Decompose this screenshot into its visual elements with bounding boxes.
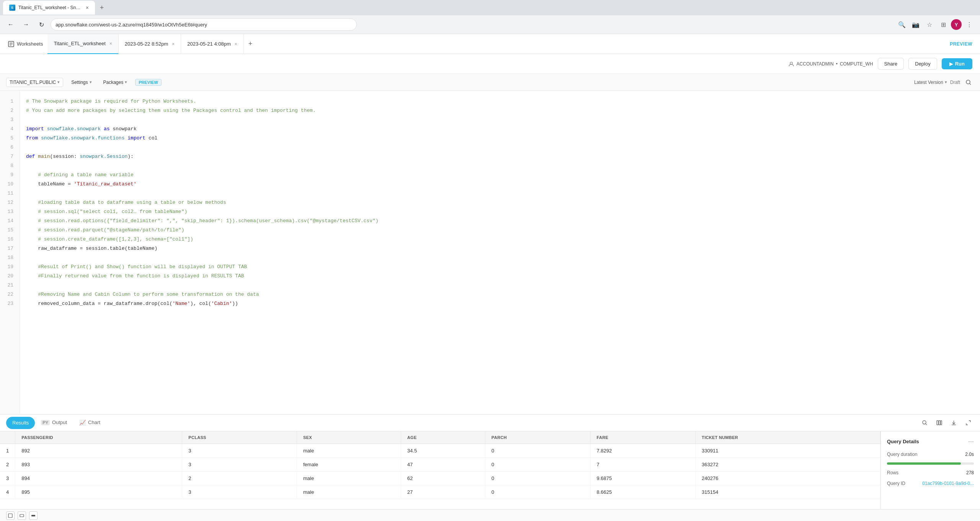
worksheet-tab-3-close[interactable]: × — [235, 41, 237, 47]
add-tab-button[interactable]: + — [244, 37, 257, 51]
url-text: app.snowflake.com/west-us-2.azure/mq1845… — [56, 22, 207, 28]
code-line-22: #Removing Name and Cabin Column to perfo… — [26, 290, 974, 299]
schema-selector[interactable]: TITANIC_ETL.PUBLIC ▾ — [6, 78, 63, 87]
version-dropdown[interactable]: Latest Version ▾ — [914, 80, 947, 85]
worksheet-tab-3[interactable]: 2023-05-21 4:08pm × — [181, 34, 244, 54]
line-numbers: 12345 678910 1112131415 1617181920 21222… — [0, 91, 20, 414]
cell-fare-3: 9.6875 — [590, 472, 696, 485]
row-num-1: 1 — [0, 444, 15, 458]
results-tabs: Results PY Output 📈 Chart — [0, 415, 980, 431]
cell-parch-1: 0 — [485, 444, 590, 458]
bookmark-icon[interactable]: ☆ — [923, 18, 936, 31]
bottom-btn-2[interactable] — [18, 511, 26, 520]
cell-ticket-3: 240276 — [696, 472, 880, 485]
code-line-7: def main(session: snowpark.Session): — [26, 152, 974, 161]
screenshot-icon[interactable]: 📷 — [910, 18, 922, 31]
column-picker-button[interactable] — [933, 417, 945, 429]
run-label: Run — [955, 61, 965, 67]
query-rows-row: Rows 278 — [887, 470, 974, 475]
role-text: ACCOUNTADMIN — [797, 61, 834, 67]
query-details-menu[interactable]: ··· — [968, 437, 974, 446]
chart-tab-label: Chart — [88, 419, 100, 425]
row-num-4: 4 — [0, 485, 15, 499]
col-fare[interactable]: FARE — [590, 431, 696, 444]
tab-chart[interactable]: 📈 Chart — [73, 415, 106, 431]
query-id-link[interactable]: 01ac799b-0101-9a9d-0... — [922, 481, 974, 486]
editor-search-button[interactable] — [963, 77, 974, 88]
browser-chrome: S Titanic_ETL_worksheet - Snowfla... × +… — [0, 0, 980, 34]
col-parch[interactable]: PARCH — [485, 431, 590, 444]
worksheet-tab-1[interactable]: Titanic_ETL_worksheet × — [47, 34, 118, 54]
table-row: 1 892 3 male 34.5 0 7.8292 330911 — [0, 444, 880, 458]
search-icon[interactable]: 🔍 — [896, 18, 908, 31]
packages-selector[interactable]: Packages ▾ — [100, 78, 131, 87]
url-bar[interactable]: app.snowflake.com/west-us-2.azure/mq1845… — [51, 18, 357, 31]
worksheet-tab-2-close[interactable]: × — [172, 41, 175, 47]
code-line-13: # session.sql("select col1, col2… from t… — [26, 207, 974, 216]
menu-icon[interactable]: ⋮ — [963, 18, 975, 31]
code-line-14: # session.read.options({"field_delimiter… — [26, 216, 974, 226]
bottom-btn-3[interactable] — [29, 511, 38, 520]
col-sex[interactable]: SEX — [297, 431, 401, 444]
data-table-wrapper[interactable]: PASSENGERID PCLASS SEX AGE PARCH FARE TI… — [0, 431, 880, 509]
results-table: PASSENGERID PCLASS SEX AGE PARCH FARE TI… — [0, 431, 880, 499]
active-tab[interactable]: S Titanic_ETL_worksheet - Snowfla... × — [3, 1, 95, 15]
code-line-6 — [26, 143, 974, 152]
code-line-1: # The Snowpark package is required for P… — [26, 97, 974, 106]
bottom-btn-1[interactable] — [6, 511, 15, 520]
code-editor[interactable]: 12345 678910 1112131415 1617181920 21222… — [0, 91, 980, 414]
run-button[interactable]: ▶ Run — [942, 58, 972, 69]
col-age[interactable]: AGE — [401, 431, 485, 444]
user-avatar[interactable]: Y — [951, 19, 962, 30]
preview-badge: PREVIEW — [135, 79, 162, 86]
cell-sex-2: female — [297, 458, 401, 472]
worksheet-tab-2[interactable]: 2023-05-22 8:52pm × — [119, 34, 181, 54]
run-icon: ▶ — [949, 61, 953, 67]
svg-line-8 — [926, 424, 927, 425]
row-num-3: 3 — [0, 472, 15, 485]
col-passengerid[interactable]: PASSENGERID — [15, 431, 182, 444]
cell-age-3: 62 — [401, 472, 485, 485]
code-line-5: from snowflake.snowpark.functions import… — [26, 134, 974, 143]
code-content[interactable]: # The Snowpark package is required for P… — [20, 91, 980, 414]
schema-chevron: ▾ — [57, 80, 60, 85]
share-button[interactable]: Share — [878, 58, 904, 70]
chart-icon: 📈 — [79, 419, 86, 426]
tab-results[interactable]: Results — [6, 417, 35, 429]
code-line-17: raw_dataframe = session.table(tableName) — [26, 244, 974, 253]
address-bar: ← → ↻ app.snowflake.com/west-us-2.azure/… — [0, 15, 980, 34]
editor-toolbar: TITANIC_ETL.PUBLIC ▾ Settings ▾ Packages… — [0, 74, 980, 91]
cell-sex-3: male — [297, 472, 401, 485]
download-button[interactable] — [948, 417, 959, 429]
code-line-19: #Result of Print() and Show() function w… — [26, 262, 974, 272]
schema-text: TITANIC_ETL.PUBLIC — [10, 80, 56, 85]
worksheet-tab-1-close[interactable]: × — [109, 41, 112, 46]
code-line-20: #Finally returned value from the functio… — [26, 272, 974, 281]
forward-button[interactable]: → — [20, 18, 32, 31]
query-rows-value: 278 — [966, 470, 974, 475]
col-ticket[interactable]: TICKET NUMBER — [696, 431, 880, 444]
code-line-12: #loading table data to dataframe using a… — [26, 198, 974, 207]
extensions-icon[interactable]: ⊞ — [937, 18, 949, 31]
settings-selector[interactable]: Settings ▾ — [68, 78, 95, 87]
tab-output[interactable]: PY Output — [35, 415, 73, 431]
tab-close-icon[interactable]: × — [86, 5, 89, 11]
table-search-button[interactable] — [919, 417, 930, 429]
results-actions — [919, 417, 974, 429]
back-button[interactable]: ← — [5, 18, 17, 31]
new-tab-button[interactable]: + — [96, 2, 107, 13]
cell-age-1: 34.5 — [401, 444, 485, 458]
code-line-8 — [26, 161, 974, 170]
code-line-4: import snowflake.snowpark as snowpark — [26, 125, 974, 134]
query-rows-label: Rows — [887, 470, 898, 475]
expand-button[interactable] — [962, 417, 974, 429]
tab-favicon: S — [9, 5, 15, 11]
refresh-button[interactable]: ↻ — [35, 18, 47, 31]
cell-pclass-2: 3 — [182, 458, 297, 472]
worksheets-button[interactable]: Worksheets — [3, 38, 47, 50]
cell-sex-1: male — [297, 444, 401, 458]
cell-age-2: 47 — [401, 458, 485, 472]
deploy-button[interactable]: Deploy — [908, 58, 937, 70]
col-pclass[interactable]: PCLASS — [182, 431, 297, 444]
row-number-header — [0, 431, 15, 444]
